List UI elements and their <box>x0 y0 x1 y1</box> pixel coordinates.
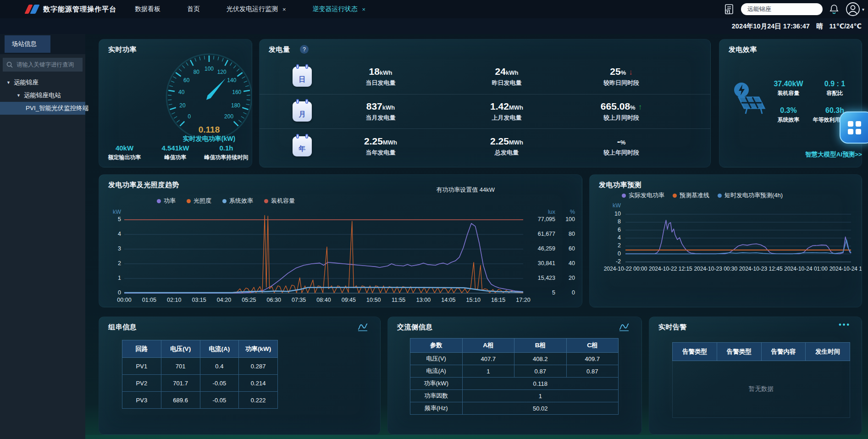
sidebar-search <box>3 58 83 72</box>
axis-tick-label: 2024-10-24 13:15 <box>823 266 862 272</box>
axis-tick-label: 13:00 <box>411 297 437 303</box>
report-icon[interactable] <box>724 4 735 15</box>
axis-tick-label: 10 <box>603 211 621 217</box>
table-cell: 功率(kW) <box>410 378 463 390</box>
generation-row-day: 日 18kWh 当日发电量 24kWh 昨日发电量 25%↓ 较昨日同时段 <box>260 60 710 94</box>
table-cell: 0.87 <box>566 365 619 378</box>
legend-dot-icon <box>264 199 268 203</box>
panel-ac-side-info: 交流侧信息 参数A相B相C相电压(V)407.7408.2409.7电流(A)1… <box>387 317 642 435</box>
gauge-tick-label: 140 <box>227 77 236 83</box>
chart1-panel-plot[interactable] <box>99 175 582 307</box>
nav-tab-home[interactable]: 首页 <box>187 5 200 13</box>
weather-text: 晴 <box>816 22 823 31</box>
table-header-cell: C相 <box>566 339 619 353</box>
gauge-tick-label: 160 <box>232 89 241 95</box>
legend-item[interactable]: 装机容量 <box>264 197 295 205</box>
table-cell: 0.87 <box>514 365 567 378</box>
legend-item[interactable]: 短时发电功率预测(4h) <box>718 191 783 200</box>
caret-down-icon[interactable]: ▼ <box>17 93 21 98</box>
table-header-cell: 告警类型 <box>717 343 761 361</box>
trend-up-icon: ↑ <box>638 103 642 111</box>
gauge-tick-label: 180 <box>231 102 240 109</box>
gauge-value-label: 实时发电功率(kW) <box>163 135 252 143</box>
panel-efficiency: 发电效率 37.40kW装机容量 0.9 : 1容配比 0.3%系统效率 60. <box>719 39 862 167</box>
panel-title: 发电效率 <box>729 45 757 54</box>
legend-item[interactable]: 预测基准线 <box>673 191 709 200</box>
table-header-cell: B相 <box>514 339 567 353</box>
legend-item[interactable]: 功率 <box>157 197 176 205</box>
gauge-tick-label: 0 <box>188 113 191 120</box>
notification-bell-icon[interactable] <box>829 4 839 15</box>
caret-down-icon[interactable]: ▼ <box>6 80 11 85</box>
y-axis-unit: kW <box>603 202 621 209</box>
table-cell: 电流(A) <box>410 365 463 378</box>
table-cell: 409.7 <box>566 353 619 365</box>
axis-tick-label: 09:45 <box>336 297 361 303</box>
gauge-tick-label: 200 <box>224 113 233 120</box>
axis-tick-label: 20 <box>558 275 575 281</box>
panel-string-info: 组串信息 回路电压(V)电流(A)功率(kW)PV17010.40.287PV2… <box>99 317 381 435</box>
table-cell: PV1 <box>122 358 161 375</box>
nav-tab-inverter-status[interactable]: 逆变器运行状态× <box>313 5 366 13</box>
table-header-cell: 告警类型 <box>673 343 717 361</box>
line-chart-icon[interactable] <box>619 322 630 332</box>
table-cell: 1 <box>462 390 619 402</box>
axis-tick-label: 02:10 <box>161 297 187 303</box>
alarm-empty-state: 暂无数据 <box>672 361 850 418</box>
axis-tick-label: 01:05 <box>136 297 162 303</box>
station-search-input[interactable] <box>741 3 823 15</box>
line-chart-icon[interactable] <box>357 322 368 332</box>
app-logo-icon <box>27 5 38 14</box>
table-cell: 0.287 <box>239 358 278 375</box>
app-grid-button[interactable] <box>840 111 868 144</box>
panel-title: 发电功率预测 <box>599 181 641 189</box>
axis-tick-label: 14:05 <box>436 297 461 303</box>
chevron-down-icon[interactable]: ▾ <box>862 7 864 12</box>
alarm-table: 告警类型告警类型告警内容发生时间 <box>672 342 850 361</box>
panel-power-forecast: 发电功率预测 实际发电功率预测基准线短时发电功率预测(4h) kW1086420… <box>589 174 862 307</box>
more-options-icon[interactable]: ••• <box>839 321 851 329</box>
sidebar-tab-station-info[interactable]: 场站信息 <box>5 35 50 53</box>
legend-item[interactable]: 系统效率 <box>222 197 253 205</box>
close-icon[interactable]: × <box>362 6 366 13</box>
axis-tick-label: 80 <box>558 231 575 237</box>
table-cell: -0.05 <box>200 392 239 409</box>
station-tree: ▼ 远能锦座 ▼ 远能锦座电站 PVI_智能光伏监控终端 <box>0 76 85 115</box>
table-cell: 0.214 <box>239 375 278 392</box>
axis-tick-label: 17:20 <box>510 297 536 303</box>
nav-tab-pv-monitoring[interactable]: 光伏发电运行监测× <box>227 5 286 13</box>
legend-dot-icon <box>187 199 191 203</box>
gauge-tick-label: 20 <box>179 102 186 109</box>
axis-tick-label: 4 <box>603 234 621 241</box>
close-icon[interactable]: × <box>282 6 286 13</box>
gen-stat-trend: 25%↓ 较昨日同时段 <box>564 66 679 87</box>
table-header-cell: A相 <box>462 339 514 353</box>
axis-tick-label: 05:25 <box>236 297 262 303</box>
user-avatar[interactable] <box>846 2 860 17</box>
active-power-setpoint-label: 有功功率设置值 44kW <box>436 186 495 194</box>
tree-item-plant[interactable]: ▼ 远能锦座电站 <box>0 89 85 102</box>
gauge-tick-label: 40 <box>178 89 185 95</box>
generation-row-year: 年 2.25MWh 当年发电量 2.25MWh 总发电量 -% 较上年同时段 <box>260 129 710 163</box>
legend-item[interactable]: 光照度 <box>187 197 211 205</box>
panel-generation: 发电量 ? 日 18kWh 当日发电量 24kWh 昨日发电量 25%↓ 较昨日… <box>259 39 711 167</box>
nav-tab-dashboard[interactable]: 数据看板 <box>135 5 160 13</box>
gen-stat-trend: 665.08%↑ 较上月同时段 <box>564 101 679 122</box>
legend-item[interactable]: 实际发电功率 <box>622 191 664 200</box>
sidebar-search-input[interactable] <box>16 61 79 68</box>
tree-item-pv-terminal[interactable]: PVI_智能光伏监控终端 <box>0 102 85 115</box>
panel-title: 实时功率 <box>108 45 137 54</box>
gauge-tick-label: 120 <box>217 69 227 75</box>
panel-title: 发电功率及光照度趋势 <box>108 181 179 189</box>
axis-tick-label: 8 <box>603 218 621 225</box>
tree-item-station-group[interactable]: ▼ 远能锦座 <box>0 76 85 89</box>
gauge-value: 0.118 <box>163 125 252 135</box>
table-cell: PV3 <box>122 392 161 409</box>
ai-prediction-link[interactable]: 智慧大模型AI预测>> <box>805 150 862 159</box>
table-cell: 701.7 <box>161 375 200 392</box>
help-icon[interactable]: ? <box>300 45 309 54</box>
table-cell: 689.6 <box>161 392 200 409</box>
gen-stat: 18kWh 当日发电量 <box>312 66 449 87</box>
axis-tick-label: 11:55 <box>386 297 411 303</box>
grid-apps-icon <box>848 121 861 134</box>
